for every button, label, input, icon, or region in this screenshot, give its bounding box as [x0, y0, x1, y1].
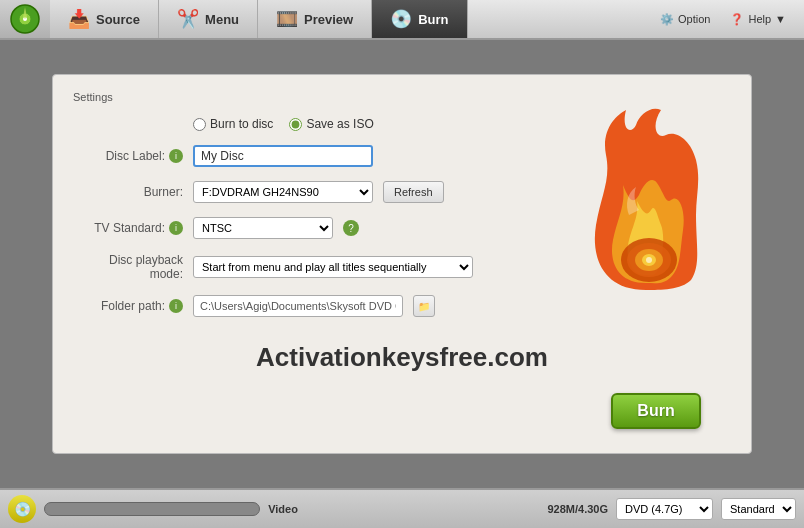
folder-path-info-icon[interactable]: i [169, 299, 183, 313]
folder-browse-icon: 📁 [418, 301, 430, 312]
video-tab-label: Video [268, 503, 298, 515]
status-disc-icon: 💿 [8, 495, 36, 523]
disc-label-info-icon[interactable]: i [169, 149, 183, 163]
top-navigation: 📥 Source ✂️ Menu 🎞️ Preview 💿 Burn ⚙️ Op… [0, 0, 804, 40]
save-as-iso-radio[interactable] [289, 118, 302, 131]
tv-standard-select[interactable]: NTSC PAL [193, 217, 333, 239]
flame-svg [581, 105, 711, 295]
burner-select[interactable]: F:DVDRAM GH24NS90 [193, 181, 373, 203]
tab-preview-label: Preview [304, 12, 353, 27]
tab-source[interactable]: 📥 Source [50, 0, 159, 38]
settings-panel: Settings Burn to disc Save as ISO Disc L… [52, 74, 752, 454]
logo-icon [9, 3, 41, 35]
tab-burn[interactable]: 💿 Burn [372, 0, 467, 38]
size-indicator: 928M/4.30G [528, 503, 608, 515]
help-label: Help [748, 13, 771, 25]
disc-label-input[interactable] [193, 145, 373, 167]
dvd-type-select[interactable]: DVD (4.7G) DVD (8.5G) Blu-ray (25G) [616, 498, 713, 520]
preview-icon: 🎞️ [276, 8, 298, 30]
help-button[interactable]: ❓ Help ▼ [724, 10, 792, 29]
save-as-iso-label: Save as ISO [306, 117, 373, 131]
refresh-button[interactable]: Refresh [383, 181, 444, 203]
folder-browse-button[interactable]: 📁 [413, 295, 435, 317]
disc-icon: 💿 [14, 501, 31, 517]
progress-bar-container [44, 502, 260, 516]
folder-path-label: Folder path: i [73, 299, 183, 313]
burn-to-disc-radio[interactable] [193, 118, 206, 131]
tv-standard-help-icon[interactable]: ? [343, 220, 359, 236]
burn-to-disc-option[interactable]: Burn to disc [193, 117, 273, 131]
burn-mode-radio-group: Burn to disc Save as ISO [193, 117, 374, 131]
menu-icon: ✂️ [177, 8, 199, 30]
tab-source-label: Source [96, 12, 140, 27]
watermark-text: Activationkeysfree.com [256, 342, 548, 373]
quality-select[interactable]: Standard High Medium Low [721, 498, 796, 520]
flame-decoration [581, 105, 711, 305]
burn-to-disc-label: Burn to disc [210, 117, 273, 131]
tab-preview[interactable]: 🎞️ Preview [258, 0, 372, 38]
gear-icon: ⚙️ [660, 13, 674, 26]
source-icon: 📥 [68, 8, 90, 30]
burn-button[interactable]: Burn [611, 393, 701, 429]
tab-burn-label: Burn [418, 12, 448, 27]
disc-playback-select[interactable]: Start from menu and play all titles sequ… [193, 256, 473, 278]
disc-playback-label: Disc playback mode: [73, 253, 183, 281]
nav-right-controls: ⚙️ Option ❓ Help ▼ [654, 0, 804, 38]
option-button[interactable]: ⚙️ Option [654, 10, 716, 29]
settings-section-label: Settings [73, 91, 731, 103]
burner-label: Burner: [73, 185, 183, 199]
help-chevron-icon: ▼ [775, 13, 786, 25]
option-label: Option [678, 13, 710, 25]
svg-point-7 [646, 257, 652, 263]
save-as-iso-option[interactable]: Save as ISO [289, 117, 373, 131]
app-logo [0, 0, 50, 38]
tab-menu[interactable]: ✂️ Menu [159, 0, 258, 38]
tv-standard-label: TV Standard: i [73, 221, 183, 235]
tab-menu-label: Menu [205, 12, 239, 27]
disc-label-label: Disc Label: i [73, 149, 183, 163]
burn-icon: 💿 [390, 8, 412, 30]
status-bar: 💿 Video 928M/4.30G DVD (4.7G) DVD (8.5G)… [0, 488, 804, 528]
folder-path-input[interactable] [193, 295, 403, 317]
help-icon: ❓ [730, 13, 744, 26]
main-content: Settings Burn to disc Save as ISO Disc L… [0, 40, 804, 488]
tv-standard-info-icon[interactable]: i [169, 221, 183, 235]
